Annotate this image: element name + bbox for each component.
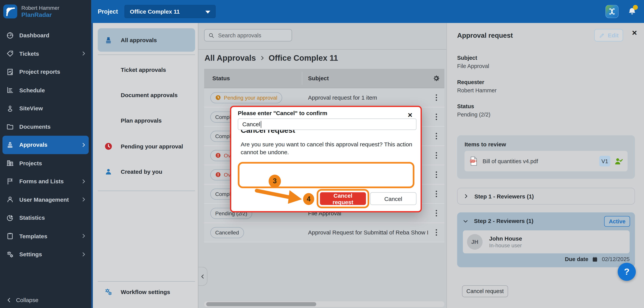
chevron-down-icon	[463, 218, 468, 224]
panel-fields: SubjectFile ApprovalRequesterRobert Hamm…	[457, 55, 496, 128]
kebab-menu-icon[interactable]	[435, 209, 438, 217]
sidebar-item-siteview[interactable]: SiteView	[0, 99, 91, 117]
sidebar-item-projects[interactable]: Projects	[0, 154, 91, 172]
sidebar-item-settings[interactable]: Settings	[0, 245, 91, 263]
panel-close-button[interactable]: ×	[632, 28, 637, 37]
sidebar-item-statistics[interactable]: Statistics	[0, 209, 91, 227]
due-date-row: Due date 02/12/2025	[565, 256, 630, 262]
sidebar-item-label: Schedule	[20, 87, 45, 93]
kebab-menu-icon[interactable]	[435, 132, 438, 140]
column-header-subject[interactable]: Subject	[302, 75, 428, 82]
notifications-button[interactable]	[628, 6, 636, 16]
reviewer-approved-icon	[614, 157, 624, 165]
project-dropdown[interactable]: Office Complex 11	[124, 5, 216, 18]
subsidebar-item-pending-your-approval[interactable]: Pending your approval	[98, 137, 195, 155]
version-badge[interactable]: V1	[599, 156, 610, 166]
breadcrumb-root[interactable]: All Approvals	[204, 53, 256, 63]
panel-cancel-request-button[interactable]: Cancel request	[462, 285, 508, 297]
table-settings-gear-icon[interactable]	[432, 75, 440, 82]
modal-cancel-button[interactable]: Cancel	[370, 192, 416, 205]
chevron-right-icon	[463, 193, 468, 199]
sidebar-item-label: Projects	[20, 160, 42, 166]
due-date-label: Due date	[565, 256, 588, 262]
table-row[interactable]: CancelledApproval Request for Submittal …	[204, 223, 444, 242]
sidebar-item-schedule[interactable]: Schedule	[0, 81, 91, 99]
connect-app-button[interactable]	[606, 5, 618, 18]
kebab-menu-icon[interactable]	[435, 228, 438, 237]
sidebar-item-approvals[interactable]: Approvals	[2, 136, 89, 154]
modal-cancel-request-button[interactable]: Cancel request	[320, 192, 366, 205]
field-value: File Approval	[457, 63, 496, 69]
step1-accordion[interactable]: Step 1 - Reviewers (1)	[457, 188, 635, 205]
chevron-right-icon	[81, 51, 86, 56]
subsidebar-item-label: Ticket approvals	[121, 66, 166, 73]
sidebar-item-label: Approvals	[20, 142, 48, 148]
pencil-icon	[599, 32, 605, 38]
sidebar-collapse-button[interactable]: Collapse	[6, 297, 38, 303]
field-label: Requester	[457, 79, 496, 85]
kebab-menu-icon[interactable]	[435, 190, 438, 198]
search-icon	[208, 32, 214, 38]
confirm-text-input[interactable]: Cancel	[238, 119, 416, 130]
chevron-left-icon	[200, 274, 205, 279]
tagSolid-icon	[104, 65, 113, 74]
subsidebar-item-all-approvals[interactable]: All approvals	[98, 28, 195, 52]
app-window: Robert Hammer PlanRadar DashboardTickets…	[0, 0, 644, 308]
sidebar-item-user-management[interactable]: User Management	[0, 190, 91, 209]
horizontal-scrollbar	[204, 301, 444, 307]
scrollbar-thumb[interactable]	[206, 302, 316, 306]
search-input[interactable]	[217, 32, 288, 39]
panel-collapse-handle[interactable]	[198, 267, 208, 286]
kebab-menu-icon[interactable]	[435, 113, 438, 121]
workflow-settings-item[interactable]: Workflow settings	[98, 283, 195, 301]
status-pill-label: Cancelled	[215, 229, 239, 236]
modal-close-button[interactable]: ×	[408, 111, 412, 119]
subsidebar-item-label: Plan approvals	[121, 117, 162, 124]
column-header-status[interactable]: Status	[204, 75, 302, 82]
sidebar-item-project-reports[interactable]: Project reports	[0, 63, 91, 81]
folder-icon	[6, 123, 14, 131]
table-row[interactable]: Pending your approvalApproval request fo…	[204, 88, 444, 108]
folderSolid-icon	[104, 91, 113, 99]
sidebar-item-tickets[interactable]: Tickets	[0, 44, 91, 63]
kebab-menu-icon[interactable]	[435, 170, 438, 179]
file-row[interactable]: PDF Bill of quantities v4.pdf V1	[464, 151, 628, 171]
user-name: Robert Hammer	[21, 5, 59, 11]
subsidebar-item-plan-approvals[interactable]: Plan approvals	[98, 112, 195, 130]
divider	[98, 55, 195, 55]
subsidebar-item-ticket-approvals[interactable]: Ticket approvals	[98, 61, 195, 79]
subsidebar-item-label: All approvals	[121, 37, 157, 43]
sidebar-item-documents[interactable]: Documents	[0, 117, 91, 136]
sidebar-item-label: Settings	[20, 251, 42, 257]
pdf-file-icon: PDF	[470, 156, 478, 166]
sidebar-item-templates[interactable]: Templates	[0, 227, 91, 245]
user-block[interactable]: Robert Hammer PlanRadar	[0, 0, 91, 23]
help-button[interactable]: ?	[618, 263, 636, 281]
kebab-menu-icon[interactable]	[435, 93, 438, 102]
cancel-request-modal: × Cancel request Are you sure you want t…	[230, 106, 422, 212]
alert-icon	[215, 153, 221, 158]
breadcrumb: All Approvals Office Complex 11	[204, 53, 338, 63]
calendar-icon	[592, 256, 598, 262]
step1-label: Step 1 - Reviewers (1)	[474, 193, 534, 199]
step2-accordion[interactable]: Step 2 - Reviewers (1)	[463, 218, 534, 224]
field-label: Status	[457, 103, 496, 109]
sidebar-item-forms-and-lists[interactable]: Forms and Lists	[0, 172, 91, 190]
sidebar-item-dashboard[interactable]: Dashboard	[0, 26, 91, 44]
kebab-menu-icon[interactable]	[435, 151, 438, 159]
siteview-icon	[6, 104, 14, 112]
workflow-settings-label: Workflow settings	[121, 289, 170, 295]
divider	[98, 281, 195, 282]
project-dropdown-value: Office Complex 11	[130, 8, 180, 15]
edit-label: Edit	[608, 32, 619, 38]
sidebar-item-label: Templates	[20, 233, 48, 239]
mapSolid-icon	[104, 117, 113, 125]
subsidebar-item-created-by-you[interactable]: Created by you	[98, 163, 195, 181]
report-icon	[6, 68, 14, 76]
edit-button[interactable]: Edit	[594, 29, 623, 41]
collapse-label: Collapse	[16, 297, 38, 303]
reviewer-row[interactable]: JH John House In-house user	[463, 230, 630, 253]
divider	[98, 191, 195, 191]
panel-field-status: StatusPending (2/2)	[457, 103, 496, 118]
subsidebar-item-document-approvals[interactable]: Document approvals	[98, 86, 195, 104]
